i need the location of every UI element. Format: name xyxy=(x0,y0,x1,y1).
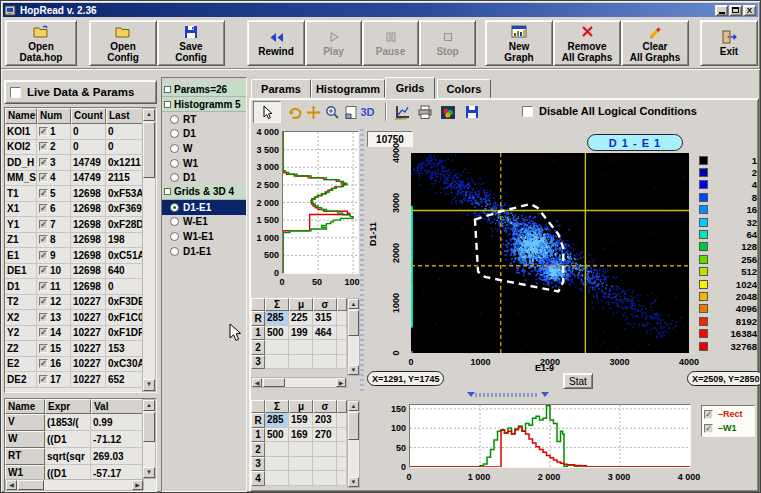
play-button[interactable]: Play xyxy=(305,20,362,66)
live-data-checkbox[interactable] xyxy=(10,87,21,98)
table-row[interactable]: KOI1✓100 xyxy=(5,124,156,140)
disable-conditions-checkbox[interactable] xyxy=(522,106,533,117)
stats-row[interactable]: 4 xyxy=(251,471,361,486)
collapse-box-icon[interactable] xyxy=(164,188,171,195)
table-row[interactable]: DD_H✓3147490x1211 xyxy=(5,155,156,171)
expr-name-cell[interactable]: V xyxy=(5,414,45,431)
stats-column-header[interactable]: μ xyxy=(289,400,313,413)
radio-icon[interactable] xyxy=(170,203,179,212)
table-row[interactable]: X1✓6126980xF369 xyxy=(5,202,156,218)
stats-top-vscroll[interactable]: ▲ ▼ xyxy=(347,298,360,376)
tree-item-d1-e1[interactable]: D1-E1 xyxy=(162,200,246,215)
column-header[interactable]: Name xyxy=(5,108,37,124)
open-data-button[interactable]: Open Data.hop xyxy=(5,20,77,66)
expr-table-vscroll[interactable]: ▲ ▼ xyxy=(142,399,156,479)
param-enabled-checkbox[interactable]: ✓ xyxy=(39,173,48,182)
vertical-splitter[interactable] xyxy=(360,129,364,391)
table-row[interactable]: T1✓5126980xF53A xyxy=(5,186,156,202)
radio-icon[interactable] xyxy=(170,173,179,182)
radio-icon[interactable] xyxy=(170,217,179,226)
stats-row-header[interactable]: 2 xyxy=(251,442,265,457)
param-enabled-checkbox[interactable]: ✓ xyxy=(39,204,48,213)
table-row[interactable]: T2✓12102270xF3DE xyxy=(5,295,156,311)
collapse-box-icon[interactable] xyxy=(164,101,171,108)
table-row[interactable]: E2✓16102270xC30A xyxy=(5,357,156,373)
pause-button[interactable]: Pause xyxy=(362,20,419,66)
stats-row-header[interactable]: 3 xyxy=(251,457,265,472)
tree-section-header[interactable]: Histogramm 5 xyxy=(162,97,246,112)
stats-row[interactable]: 2 xyxy=(251,340,361,355)
radio-icon[interactable] xyxy=(170,129,179,138)
exit-button[interactable]: Exit xyxy=(700,20,758,66)
expr-row[interactable]: W((D1-71.12 xyxy=(5,431,156,448)
expr-name-cell[interactable]: RT xyxy=(5,448,45,465)
stat-button[interactable]: Stat xyxy=(563,373,593,389)
image-tool[interactable] xyxy=(438,103,457,121)
table-row[interactable]: Z2✓1510227153 xyxy=(5,341,156,357)
stop-button[interactable]: Stop xyxy=(419,20,476,66)
radio-icon[interactable] xyxy=(170,144,179,153)
stats-bottom-vscroll[interactable]: ▲ ▼ xyxy=(347,400,360,488)
param-enabled-checkbox[interactable]: ✓ xyxy=(39,158,48,167)
radio-icon[interactable] xyxy=(170,159,179,168)
table-row[interactable]: MM_S✓4147492115 xyxy=(5,171,156,187)
param-enabled-checkbox[interactable]: ✓ xyxy=(39,297,48,306)
radio-icon[interactable] xyxy=(170,115,179,124)
axes-tool[interactable] xyxy=(392,103,411,121)
stats-column-header[interactable]: μ xyxy=(289,298,313,311)
stats-row-header[interactable]: R xyxy=(251,413,265,428)
tree-section-header[interactable]: Params=26 xyxy=(162,82,246,97)
param-enabled-checkbox[interactable]: ✓ xyxy=(39,282,48,291)
table-row[interactable]: D1✓11126980 xyxy=(5,279,156,295)
stats-row-header[interactable]: 3 xyxy=(251,355,265,370)
stats-column-header[interactable]: Σ xyxy=(265,298,289,311)
pan-tool[interactable] xyxy=(304,103,323,121)
stats-row[interactable]: 3 xyxy=(251,355,361,370)
table-row[interactable]: DE2✓1710227652 xyxy=(5,372,156,388)
zoom-tool[interactable] xyxy=(323,103,342,121)
minimize-button[interactable] xyxy=(715,5,728,16)
tree-item-d1-e1[interactable]: D1-E1 xyxy=(162,244,246,259)
stats-column-header[interactable]: Σ xyxy=(265,400,289,413)
radio-icon[interactable] xyxy=(170,247,179,256)
table-row[interactable]: DE1✓1012698640 xyxy=(5,264,156,280)
column-header[interactable]: Count xyxy=(71,108,106,124)
stats-row-header[interactable]: 1 xyxy=(251,326,265,341)
tree-item-w1[interactable]: W1 xyxy=(162,156,246,171)
param-enabled-checkbox[interactable]: ✓ xyxy=(39,344,48,353)
param-enabled-checkbox[interactable]: ✓ xyxy=(39,251,48,260)
title-bar[interactable]: HopRead v. 2.36 X xyxy=(3,3,758,17)
table-row[interactable]: X2✓13102270xF1C0 xyxy=(5,310,156,326)
stats-row-header[interactable]: R xyxy=(251,311,265,326)
density-scatter-canvas[interactable] xyxy=(411,153,689,353)
stats-row[interactable]: 3 xyxy=(251,457,361,472)
column-header[interactable]: Name xyxy=(5,399,45,414)
stats-row[interactable]: R285159203 xyxy=(251,413,361,428)
tree-item-w1-e1[interactable]: W1-E1 xyxy=(162,229,246,244)
param-enabled-checkbox[interactable]: ✓ xyxy=(39,328,48,337)
param-enabled-checkbox[interactable]: ✓ xyxy=(39,189,48,198)
rewind-button[interactable]: Rewind xyxy=(247,20,305,66)
tab-histogramm[interactable]: Histogramm xyxy=(311,79,385,98)
restore-button[interactable] xyxy=(729,5,742,16)
expr-row[interactable]: V(1853/(0.99 xyxy=(5,414,156,431)
clear-all-graphs-button[interactable]: Clear All Graphs xyxy=(621,20,689,66)
expr-row[interactable]: RTsqrt(sqr269.03 xyxy=(5,448,156,465)
stats-row[interactable]: 1500169270 xyxy=(251,428,361,443)
param-enabled-checkbox[interactable]: ✓ xyxy=(39,127,48,136)
tree-item-rt[interactable]: RT xyxy=(162,112,246,127)
side-histogram-plot[interactable] xyxy=(282,131,359,274)
stats-row[interactable]: 2 xyxy=(251,442,361,457)
radio-icon[interactable] xyxy=(170,232,179,241)
param-enabled-checkbox[interactable]: ✓ xyxy=(39,313,48,322)
column-header[interactable]: Num xyxy=(37,108,71,124)
column-header[interactable]: Last xyxy=(106,108,144,124)
tree-section-header[interactable]: Grids & 3D 4 xyxy=(162,185,246,200)
rotate-tool[interactable] xyxy=(285,103,304,121)
param-enabled-checkbox[interactable]: ✓ xyxy=(39,375,48,384)
close-button[interactable]: X xyxy=(743,5,756,16)
remove-all-graphs-button[interactable]: Remove All Graphs xyxy=(553,20,621,66)
stats-column-header[interactable]: σ xyxy=(313,400,337,413)
tree-item-d1[interactable]: D1 xyxy=(162,127,246,142)
tree-item-w-e1[interactable]: W-E1 xyxy=(162,215,246,230)
